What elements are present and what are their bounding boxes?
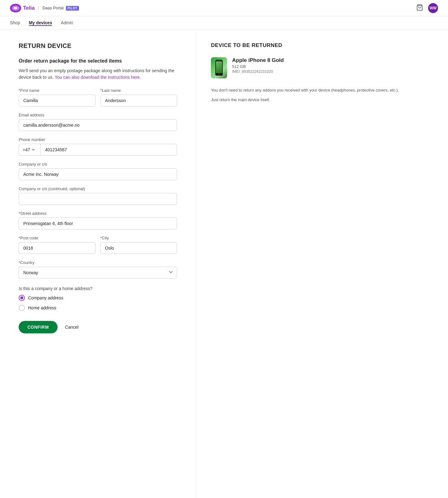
- telia-logo: Telia: [10, 4, 35, 12]
- cart-icon[interactable]: [416, 4, 423, 12]
- device-storage: 512 GB: [232, 64, 284, 69]
- street-label: *Street address: [19, 211, 177, 216]
- company-label: Company or c/o: [19, 162, 177, 167]
- confirm-button[interactable]: CONFIRM: [19, 321, 58, 333]
- radio-company-indicator: [19, 295, 25, 301]
- phone-row: +47: [19, 144, 177, 156]
- first-name-input[interactable]: [19, 95, 96, 106]
- avatar[interactable]: WW: [428, 3, 438, 13]
- svg-point-8: [218, 73, 220, 75]
- navigation: Shop My devices Admin: [0, 16, 448, 30]
- nav-shop[interactable]: Shop: [10, 20, 20, 26]
- city-input[interactable]: [100, 242, 177, 254]
- name-row: *First name *Last name: [19, 88, 177, 113]
- device-info: Apple iPhone 8 Gold 512 GB IMEI: 9935222…: [232, 57, 284, 74]
- page-title: RETURN DEVICE: [19, 42, 177, 49]
- country-group: *Country Norway Sweden Denmark Finland: [19, 260, 177, 279]
- radio-home-label: Home address: [28, 305, 56, 310]
- device-card: Apple iPhone 8 Gold 512 GB IMEI: 9935222…: [211, 57, 433, 78]
- phone-number-input[interactable]: [40, 144, 177, 156]
- postcode-input[interactable]: [19, 242, 96, 254]
- postcode-group: *Post code: [19, 236, 96, 254]
- device-note-1: You don't need to return any addons you …: [211, 87, 433, 94]
- device-name: Apple iPhone 8 Gold: [232, 57, 284, 63]
- company2-label: Company or c/o (continued, optional): [19, 186, 177, 191]
- radio-company-address[interactable]: Company address: [19, 295, 177, 301]
- device-section-title: DEVICE TO BE RETURNED: [211, 42, 433, 49]
- header: Telia Daas Portal PILOT WW: [0, 0, 448, 16]
- device-imei: IMEI: 993522242231020: [232, 69, 284, 74]
- street-group: *Street address: [19, 211, 177, 229]
- radio-home-address[interactable]: Home address: [19, 305, 177, 311]
- company-input[interactable]: [19, 168, 177, 180]
- postcode-label: *Post code: [19, 236, 96, 240]
- last-name-label: *Last name: [100, 88, 177, 93]
- street-input[interactable]: [19, 218, 177, 229]
- first-name-label: *First name: [19, 88, 96, 93]
- company2-group: Company or c/o (continued, optional): [19, 186, 177, 205]
- telia-wordmark: Telia: [23, 5, 35, 11]
- right-panel: DEVICE TO BE RETURNED: [196, 30, 448, 498]
- company2-input[interactable]: [19, 193, 177, 205]
- last-name-group: *Last name: [100, 88, 177, 106]
- company-group: Company or c/o: [19, 162, 177, 180]
- main-layout: RETURN DEVICE Order return package for t…: [0, 30, 448, 498]
- nav-my-devices[interactable]: My devices: [29, 20, 52, 26]
- device-image: [211, 57, 227, 78]
- daas-portal-label: Daas Portal PILOT: [38, 6, 79, 10]
- header-left: Telia Daas Portal PILOT: [10, 4, 79, 12]
- country-select-wrapper: Norway Sweden Denmark Finland: [19, 267, 177, 279]
- telia-logo-svg: [10, 4, 21, 12]
- svg-rect-6: [216, 61, 222, 73]
- device-note-2: Just return the main device itself.: [211, 97, 433, 103]
- city-group: *City: [100, 236, 177, 254]
- email-label: Email address: [19, 113, 177, 117]
- button-row: CONFIRM Cancel: [19, 321, 177, 333]
- country-select[interactable]: Norway Sweden Denmark Finland: [19, 267, 177, 279]
- last-name-input[interactable]: [100, 95, 177, 106]
- left-panel: RETURN DEVICE Order return package for t…: [0, 30, 196, 498]
- email-input[interactable]: [19, 119, 177, 131]
- city-label: *City: [100, 236, 177, 240]
- address-type-group: Is this a company or a home address? Com…: [19, 286, 177, 311]
- section-description: We'll send you an empty postage package …: [19, 68, 177, 81]
- nav-admin[interactable]: Admin: [61, 20, 73, 26]
- iphone-svg: [215, 60, 223, 76]
- email-group: Email address: [19, 113, 177, 131]
- address-type-question: Is this a company or a home address?: [19, 286, 177, 291]
- phone-code-selector[interactable]: +47: [19, 144, 40, 156]
- postcode-city-row: *Post code *City: [19, 236, 177, 260]
- phone-label: Phone number: [19, 137, 177, 142]
- svg-point-2: [14, 7, 17, 9]
- svg-rect-7: [218, 60, 220, 61]
- pilot-badge: PILOT: [66, 6, 79, 11]
- cancel-button[interactable]: Cancel: [65, 325, 79, 330]
- instructions-link[interactable]: You can also download the instructions h…: [55, 75, 141, 80]
- radio-home-indicator: [19, 305, 25, 311]
- radio-company-label: Company address: [28, 295, 63, 300]
- phone-group: Phone number +47: [19, 137, 177, 156]
- header-right: WW: [416, 3, 438, 13]
- first-name-group: *First name: [19, 88, 96, 106]
- country-label: *Country: [19, 260, 177, 265]
- section-subtitle: Order return package for the selected it…: [19, 58, 177, 64]
